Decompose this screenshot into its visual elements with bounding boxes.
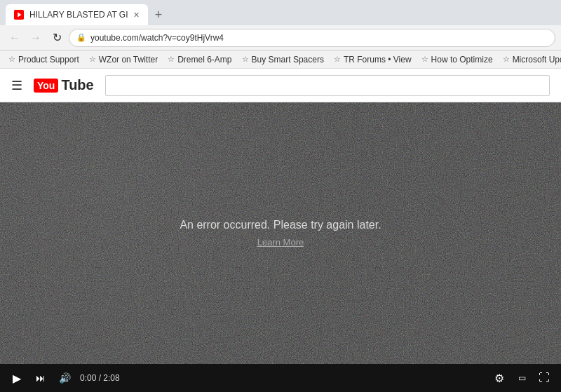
error-text: An error occurred. Please try again late… [180, 219, 381, 231]
hamburger-menu-icon[interactable]: ☰ [11, 78, 22, 93]
bookmark-label: WZor on Twitter [99, 55, 158, 65]
refresh-button[interactable]: ↻ [48, 29, 66, 47]
video-canvas: An error occurred. Please try again late… [0, 102, 561, 364]
tab-title: HILLARY BLASTED AT GI [29, 10, 128, 20]
lock-icon: 🔒 [76, 33, 86, 42]
address-bar-row: ← → ↻ 🔒 youtube.com/watch?v=coy9tHjVrw4 [0, 25, 561, 50]
forward-button[interactable]: → [27, 29, 45, 47]
bookmark-label: How to Optimize [431, 55, 493, 65]
bookmark-buy-smart[interactable]: ☆ Buy Smart Spacers [238, 53, 328, 66]
skip-button[interactable]: ⏭ [32, 370, 49, 386]
star-icon: ☆ [503, 55, 510, 64]
youtube-logo-tube: Tube [61, 77, 93, 93]
youtube-header: ☰ YouTube [0, 69, 561, 102]
error-message: An error occurred. Please try again late… [180, 219, 381, 248]
search-input[interactable] [105, 75, 550, 96]
bookmark-label: Product Support [18, 55, 79, 65]
fullscreen-button[interactable]: ⛶ [536, 370, 553, 386]
page-content: ☰ YouTube An error occurred. Please try … [0, 69, 561, 392]
settings-button[interactable]: ⚙ [491, 370, 508, 386]
play-button[interactable]: ▶ [8, 370, 25, 386]
bookmark-label: Dremel 6-Amp [177, 55, 231, 65]
bookmark-how-to[interactable]: ☆ How to Optimize [417, 53, 497, 66]
bookmark-ms-update[interactable]: ☆ Microsoft Update [499, 53, 561, 66]
volume-button[interactable]: 🔊 [56, 370, 73, 386]
time-display: 0:00 / 2:08 [80, 373, 120, 383]
star-icon: ☆ [89, 55, 96, 64]
star-icon: ☆ [168, 55, 175, 64]
star-icon: ☆ [334, 55, 341, 64]
bookmark-tr-forums[interactable]: ☆ TR Forums • View [330, 53, 416, 66]
tab-favicon [14, 10, 24, 20]
youtube-logo[interactable]: YouTube [34, 77, 94, 93]
tab-bar: HILLARY BLASTED AT GI × + [0, 0, 561, 25]
bookmark-dremel[interactable]: ☆ Dremel 6-Amp [163, 53, 236, 66]
video-area: An error occurred. Please try again late… [0, 102, 561, 392]
back-button[interactable]: ← [6, 29, 24, 47]
youtube-logo-red: You [34, 79, 58, 93]
active-tab[interactable]: HILLARY BLASTED AT GI × [6, 4, 148, 25]
bookmark-product-support[interactable]: ☆ Product Support [4, 53, 83, 66]
bookmark-label: TR Forums • View [344, 55, 412, 65]
video-controls: ▶ ⏭ 🔊 0:00 / 2:08 ⚙ ▭ ⛶ [0, 364, 561, 392]
star-icon: ☆ [242, 55, 249, 64]
address-bar[interactable]: 🔒 youtube.com/watch?v=coy9tHjVrw4 [69, 29, 555, 47]
star-icon: ☆ [8, 55, 15, 64]
bookmarks-bar: ☆ Product Support ☆ WZor on Twitter ☆ Dr… [0, 50, 561, 69]
url-text: youtube.com/watch?v=coy9tHjVrw4 [90, 33, 224, 43]
learn-more-link[interactable]: Learn More [180, 237, 381, 248]
right-controls: ⚙ ▭ ⛶ [491, 370, 553, 386]
tab-close-button[interactable]: × [134, 10, 140, 20]
bookmark-label: Buy Smart Spacers [252, 55, 324, 65]
theater-mode-button[interactable]: ▭ [513, 370, 530, 386]
bookmark-wzor[interactable]: ☆ WZor on Twitter [85, 53, 162, 66]
bookmark-label: Microsoft Update [513, 55, 561, 65]
new-tab-button[interactable]: + [151, 8, 167, 21]
star-icon: ☆ [421, 55, 428, 64]
